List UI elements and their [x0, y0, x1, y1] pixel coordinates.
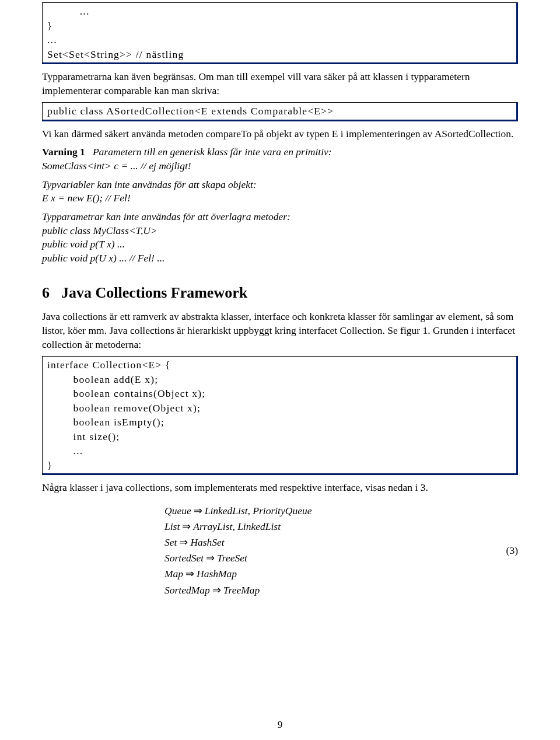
- warning-block: Varning 1 Parametern till en generisk kl…: [42, 145, 518, 173]
- warning-label: Varning 1: [42, 146, 85, 158]
- warning-line: SomeClass<int> c = ... // ej möjligt!: [42, 160, 191, 172]
- note-line: public class MyClass<T,U>: [42, 225, 158, 236]
- equation-block: Queue⇒LinkedList, PriorityQueue List⇒Arr…: [42, 503, 518, 598]
- note-line: public void p(T x) ...: [42, 238, 125, 250]
- note-line: Typvariabler kan inte användas för att s…: [42, 179, 257, 190]
- paragraph: Några klasser i java collections, som im…: [42, 481, 518, 495]
- note-line: Typparametrar kan inte användas för att …: [42, 211, 290, 222]
- warning-body: Parametern till en generisk klass får in…: [93, 146, 332, 158]
- section-number: 6: [42, 284, 50, 301]
- equation-content: Queue⇒LinkedList, PriorityQueue List⇒Arr…: [42, 503, 495, 598]
- code-block-3: interface Collection<E> { boolean add(E …: [42, 356, 518, 475]
- code-block-2: public class ASortedCollection<E extends…: [42, 102, 518, 121]
- code-block-1: ... } ... Set<Set<String>> // nästling: [42, 2, 518, 64]
- section-heading: 6Java Collections Framework: [42, 282, 518, 303]
- section-title: Java Collections Framework: [61, 284, 247, 301]
- equation-number: (3): [495, 544, 518, 558]
- note-line: E x = new E(); // Fel!: [42, 192, 131, 204]
- paragraph: Vi kan därmed säkert använda metoden com…: [42, 127, 518, 141]
- paragraph: Typparametrarna kan även begränsas. Om m…: [42, 70, 518, 97]
- note-line: public void p(U x) ... // Fel! ...: [42, 252, 164, 264]
- page-number: 9: [0, 718, 560, 732]
- paragraph: Java collections är ett ramverk av abstr…: [42, 310, 518, 351]
- note-block: Typvariabler kan inte användas för att s…: [42, 178, 518, 205]
- note-block: Typparametrar kan inte användas för att …: [42, 210, 518, 266]
